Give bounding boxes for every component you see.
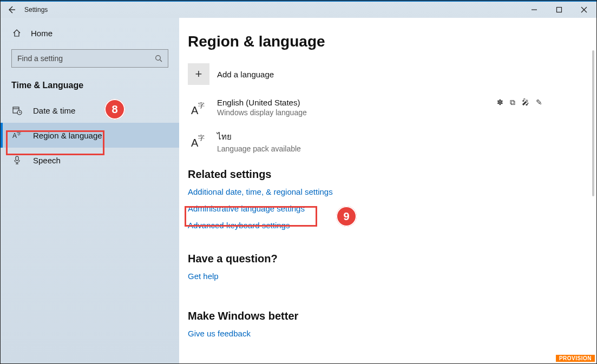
scrollbar[interactable]: [592, 50, 594, 196]
make-better-heading: Make Windows better: [188, 310, 575, 322]
link-advanced-keyboard[interactable]: Advanced keyboard settings: [188, 221, 290, 230]
svg-rect-1: [557, 8, 562, 12]
callout-8: 8: [104, 99, 125, 120]
close-button[interactable]: [572, 1, 596, 18]
handwriting-icon: ✎: [536, 98, 542, 107]
svg-text:A: A: [12, 132, 17, 140]
language-sub: Language pack available: [217, 144, 301, 153]
text-to-speech-icon: ✽: [497, 98, 503, 107]
have-question-heading: Have a question?: [188, 253, 575, 265]
sidebar-item-label: Date & time: [33, 106, 75, 115]
add-language-label: Add a language: [217, 70, 274, 79]
svg-text:A: A: [191, 104, 199, 116]
maximize-button[interactable]: [547, 1, 572, 18]
sidebar-item-date-time[interactable]: Date & time: [1, 98, 179, 123]
search-placeholder: Find a setting: [17, 54, 155, 63]
title-bar: Settings: [1, 1, 596, 18]
language-features: ✽ ⧉ 🎤︎ ✎: [497, 98, 575, 107]
language-name: ไทย: [217, 130, 301, 143]
svg-text:A: A: [191, 137, 199, 149]
callout-9: 9: [336, 206, 357, 227]
back-button[interactable]: [1, 5, 22, 14]
search-icon: [155, 55, 162, 62]
plus-icon: +: [188, 63, 209, 85]
svg-text:字: 字: [198, 102, 205, 109]
language-icon: A字: [12, 130, 25, 140]
language-item-thai[interactable]: A字 ไทย Language pack available: [188, 130, 575, 153]
microphone-icon: [12, 155, 25, 165]
link-feedback[interactable]: Give us feedback: [188, 329, 251, 338]
window-title: Settings: [22, 6, 48, 14]
related-settings-heading: Related settings: [188, 168, 575, 181]
svg-line-5: [160, 60, 162, 62]
display-icon: ⧉: [510, 98, 515, 107]
calendar-clock-icon: [12, 105, 25, 115]
link-additional-date-time[interactable]: Additional date, time, & regional settin…: [188, 187, 333, 196]
language-sub: Windows display language: [217, 108, 307, 117]
sidebar-item-region-language[interactable]: A字 Region & language: [1, 123, 179, 148]
category-heading: Time & Language: [1, 76, 179, 98]
minimize-button[interactable]: [522, 1, 547, 18]
home-label: Home: [31, 29, 53, 38]
sidebar: Home Find a setting Time & Language Date…: [1, 18, 179, 363]
link-get-help[interactable]: Get help: [188, 272, 219, 281]
link-administrative-language[interactable]: Administrative language settings: [188, 204, 305, 213]
home-icon: [12, 29, 25, 37]
svg-text:字: 字: [198, 134, 205, 142]
content-pane: Region & language + Add a language A字 En…: [179, 18, 596, 363]
svg-text:字: 字: [17, 131, 21, 136]
language-glyph-icon: A字: [188, 98, 209, 120]
sidebar-item-label: Region & language: [33, 131, 102, 140]
language-glyph-icon: A字: [188, 130, 209, 152]
home-nav[interactable]: Home: [1, 22, 179, 44]
language-name: English (United States): [217, 98, 307, 107]
page-title: Region & language: [188, 33, 575, 50]
speech-icon: 🎤︎: [522, 98, 529, 107]
sidebar-item-label: Speech: [33, 156, 61, 165]
sidebar-item-speech[interactable]: Speech: [1, 148, 179, 173]
svg-rect-11: [16, 156, 18, 161]
add-language-button[interactable]: + Add a language: [188, 63, 575, 85]
watermark: PROVISION: [555, 354, 595, 362]
svg-point-4: [156, 56, 161, 61]
search-input[interactable]: Find a setting: [11, 49, 168, 68]
language-item-english[interactable]: A字 English (United States) Windows displ…: [188, 98, 575, 120]
